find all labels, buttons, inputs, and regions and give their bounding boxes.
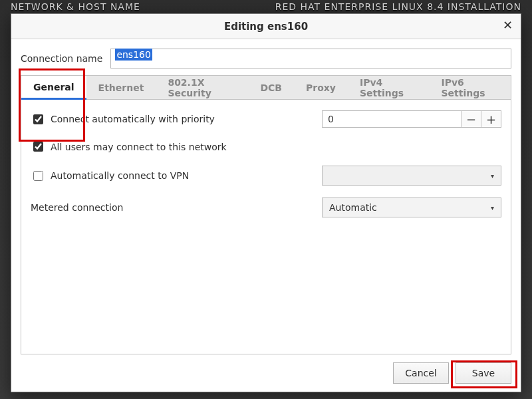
chevron-down-icon: ▾ xyxy=(491,172,494,180)
tab-proxy[interactable]: Proxy xyxy=(294,76,348,99)
connection-name-value: ens160 xyxy=(115,49,152,61)
connect-automatically-label: Connect automatically with priority xyxy=(51,114,215,124)
close-icon[interactable]: ✕ xyxy=(503,19,513,31)
priority-increment-button[interactable]: + xyxy=(481,111,501,127)
metered-dropdown[interactable]: Automatic ▾ xyxy=(322,198,501,217)
all-users-label: All users may connect to this network xyxy=(51,142,227,152)
edit-connection-dialog: Editing ens160 ✕ Connection name ens160 … xyxy=(11,13,521,392)
auto-vpn-checkbox[interactable] xyxy=(33,171,43,181)
tab-dcb[interactable]: DCB xyxy=(248,76,294,99)
tab-ipv6-settings[interactable]: IPv6 Settings xyxy=(429,76,511,99)
bg-left-title: NETWORK & HOST NAME xyxy=(11,1,140,12)
auto-vpn-label: Automatically connect to VPN xyxy=(51,170,189,181)
tab-ethernet[interactable]: Ethernet xyxy=(86,76,156,99)
dialog-footer: Cancel Save xyxy=(11,354,521,392)
connection-name-row: Connection name ens160 xyxy=(11,39,521,75)
chevron-down-icon: ▾ xyxy=(491,204,494,211)
priority-spinbox[interactable]: 0 − + xyxy=(322,110,501,128)
connection-name-input[interactable]: ens160 xyxy=(110,49,511,68)
general-panel: Connect automatically with priority 0 − … xyxy=(21,100,511,354)
metered-dropdown-value: Automatic xyxy=(329,202,377,213)
cancel-button[interactable]: Cancel xyxy=(393,362,449,384)
priority-decrement-button[interactable]: − xyxy=(461,111,481,127)
auto-vpn-row: Automatically connect to VPN ▾ xyxy=(31,166,501,186)
connection-name-label: Connection name xyxy=(21,53,102,64)
tab-general[interactable]: General xyxy=(21,76,86,100)
dialog-titlebar: Editing ens160 ✕ xyxy=(11,14,521,39)
tab-ipv4-settings[interactable]: IPv4 Settings xyxy=(348,76,430,99)
metered-row: Metered connection Automatic ▾ xyxy=(31,198,501,217)
all-users-checkbox[interactable] xyxy=(33,142,43,152)
connect-automatically-row: Connect automatically with priority 0 − … xyxy=(31,110,501,128)
all-users-row: All users may connect to this network xyxy=(31,140,501,154)
tab-8021x-security[interactable]: 802.1X Security xyxy=(156,76,248,99)
metered-label: Metered connection xyxy=(31,202,123,213)
tab-strip: General Ethernet 802.1X Security DCB Pro… xyxy=(21,76,511,100)
bg-right-title: RED HAT ENTERPRISE LINUX 8.4 INSTALLATIO… xyxy=(275,1,521,12)
tabs-container: General Ethernet 802.1X Security DCB Pro… xyxy=(21,75,511,354)
vpn-dropdown[interactable]: ▾ xyxy=(322,166,501,186)
save-button[interactable]: Save xyxy=(456,362,511,384)
connect-automatically-checkbox[interactable] xyxy=(33,114,43,124)
dialog-title: Editing ens160 xyxy=(224,21,308,33)
priority-value[interactable]: 0 xyxy=(323,111,461,127)
